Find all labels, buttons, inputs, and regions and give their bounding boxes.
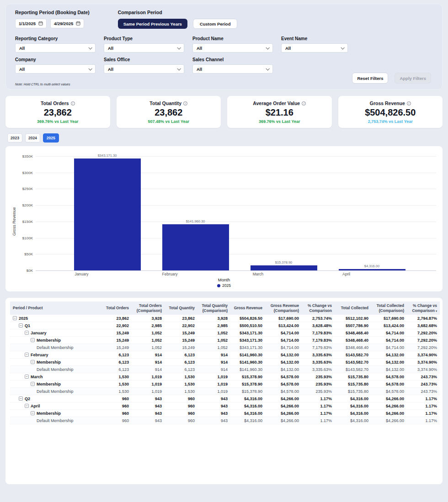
col-header-total-quantity-comparison--4[interactable]: Total Quantity (Comparison) xyxy=(197,301,230,315)
y-tick-label: $200K xyxy=(11,203,33,207)
cell: $348,468.40 xyxy=(335,344,371,351)
collapse-toggle-icon[interactable]: − xyxy=(19,396,23,401)
cell: 1,052 xyxy=(132,344,165,351)
bar-april[interactable] xyxy=(339,269,405,270)
cell: 914 xyxy=(197,366,230,373)
cell: 943 xyxy=(197,395,230,402)
year-tab-2024[interactable]: 2024 xyxy=(25,133,40,143)
filter-select-product-name[interactable]: All xyxy=(192,43,273,53)
collapse-toggle-icon[interactable]: − xyxy=(31,338,35,342)
custom-period-button[interactable]: Custom Period xyxy=(193,19,238,29)
apply-filters-button[interactable]: Apply Filters xyxy=(395,73,431,84)
collapse-toggle-icon[interactable]: − xyxy=(31,382,35,386)
cell: 914 xyxy=(197,351,230,359)
col-header--change-vs-comparison-7[interactable]: % Change vs Comparison xyxy=(302,301,335,315)
kpi-title-text: Total Orders xyxy=(41,100,69,106)
cell: 943 xyxy=(197,410,230,417)
kpi-value: 23,862 xyxy=(9,107,107,118)
col-header-total-collected-8[interactable]: Total Collected xyxy=(335,301,371,315)
chevron-down-icon xyxy=(88,46,92,49)
row-label: Default Membership xyxy=(37,418,74,423)
filter-label: Sales Channel xyxy=(192,57,273,62)
col-header-period-product-0[interactable]: Period / Product xyxy=(10,301,98,315)
cell: $4,316.00 xyxy=(335,402,371,410)
bar-february[interactable] xyxy=(162,224,229,270)
cell: 1.17% xyxy=(302,402,335,410)
cell: 2,985 xyxy=(197,322,230,329)
cell: $4,132.00 xyxy=(371,366,407,373)
cell: 22,902 xyxy=(165,322,197,329)
col-header-total-orders-comparison--2[interactable]: Total Orders (Comparison) xyxy=(132,301,165,315)
col-header-total-orders-1[interactable]: Total Orders xyxy=(98,301,132,315)
filter-row-2: CompanyAllSales OfficeAllSales ChannelAl… xyxy=(15,57,433,74)
info-icon[interactable]: i xyxy=(302,101,306,106)
cell: 914 xyxy=(132,351,165,359)
cell: 960 xyxy=(165,417,197,424)
bar-chart: $350K$300K$250K$200K$150K$100K$50K$0K$34… xyxy=(36,156,436,270)
y-tick-label: $100K xyxy=(11,236,33,240)
cell: 1,019 xyxy=(197,380,230,388)
col-header--change-vs-comparison-10[interactable]: % Change vs Comparison▾ xyxy=(407,301,440,315)
y-tick-label: $50K xyxy=(11,252,33,256)
row-label: Default Membership xyxy=(37,345,74,350)
filter-select-company[interactable]: All xyxy=(15,64,96,74)
table-header: Period / ProductTotal OrdersTotal Orders… xyxy=(10,301,440,315)
col-header-gross-revenue-5[interactable]: Gross Revenue xyxy=(230,301,265,315)
start-date-input[interactable]: 1/1/2025 xyxy=(15,19,47,28)
col-header-total-quantity-3[interactable]: Total Quantity xyxy=(165,301,197,315)
collapse-toggle-icon[interactable]: − xyxy=(25,331,29,335)
legend-label: 2025 xyxy=(222,283,231,288)
x-tick-label: April xyxy=(302,270,390,276)
table-row: −Membership6,1239146,123914$141,960.30$4… xyxy=(10,359,440,366)
filter-select-reporting-category[interactable]: All xyxy=(15,43,96,53)
bar-value-label: $4,316.00 xyxy=(364,264,379,268)
info-icon[interactable]: i xyxy=(407,101,411,106)
year-tab-2023[interactable]: 2023 xyxy=(7,133,22,143)
table-row: −April960943960943$4,316.00$4,266.001.17… xyxy=(10,402,440,410)
bar-value-label: $15,378.90 xyxy=(275,260,293,264)
same-period-previous-years-button[interactable]: Same Period Previous Years xyxy=(118,19,187,29)
period-product-cell: −April xyxy=(10,402,98,410)
cell: 6,123 xyxy=(165,366,197,373)
data-table: Period / ProductTotal OrdersTotal Orders… xyxy=(10,301,440,424)
cell: $4,132.00 xyxy=(265,366,302,373)
collapse-toggle-icon[interactable]: − xyxy=(31,411,35,415)
collapse-toggle-icon[interactable]: − xyxy=(31,360,35,364)
chart-legend: 2025 xyxy=(10,283,438,288)
cell: $4,578.00 xyxy=(265,373,302,380)
filter-select-sales-office[interactable]: All xyxy=(104,64,184,74)
x-axis-title: Month xyxy=(10,277,438,282)
collapse-toggle-icon[interactable]: − xyxy=(19,323,23,328)
cell: $15,735.80 xyxy=(335,380,371,388)
row-label: 2025 xyxy=(19,316,28,321)
reset-filters-button[interactable]: Reset Filters xyxy=(352,73,388,84)
period-product-cell: −Membership xyxy=(10,410,98,417)
kpi-title: Total Quantityi xyxy=(120,100,218,106)
cell: 1,019 xyxy=(197,388,230,395)
header-row: Period / ProductTotal OrdersTotal Orders… xyxy=(10,301,440,315)
bar-january[interactable] xyxy=(74,159,141,270)
row-label: Membership xyxy=(37,338,61,343)
end-date-input[interactable]: 4/29/2025 xyxy=(50,19,84,28)
chart-card: Gross Revenue $350K$300K$250K$200K$150K$… xyxy=(5,146,443,291)
collapse-toggle-icon[interactable]: − xyxy=(25,353,29,357)
col-header-gross-revenue-comparison--6[interactable]: Gross Revenue (Comparison) xyxy=(265,301,302,315)
filter-select-product-type[interactable]: All xyxy=(104,43,184,53)
collapse-toggle-icon[interactable]: − xyxy=(13,316,17,320)
cell: 243.73% xyxy=(407,388,440,395)
year-tab-2025[interactable]: 2025 xyxy=(43,133,59,143)
col-header-total-collected-comparison--9[interactable]: Total Collected (Comparison) xyxy=(371,301,407,315)
collapse-toggle-icon[interactable]: − xyxy=(25,404,29,408)
row-label: Q1 xyxy=(25,323,30,328)
kpi-title: Gross Revenuei xyxy=(342,100,439,106)
filter-select-event-name[interactable]: All xyxy=(281,43,348,53)
collapse-toggle-icon[interactable]: − xyxy=(25,375,29,379)
table-row: −Membership960943960943$4,316.00$4,266.0… xyxy=(10,410,440,417)
info-icon[interactable]: i xyxy=(71,101,75,106)
row-label-wrap: Default Membership xyxy=(13,367,95,372)
cell: 15,249 xyxy=(98,329,132,337)
info-icon[interactable]: i xyxy=(183,101,187,106)
filter-select-sales-channel[interactable]: All xyxy=(192,64,273,74)
cell: 960 xyxy=(98,402,132,410)
bar-march[interactable] xyxy=(251,265,317,270)
